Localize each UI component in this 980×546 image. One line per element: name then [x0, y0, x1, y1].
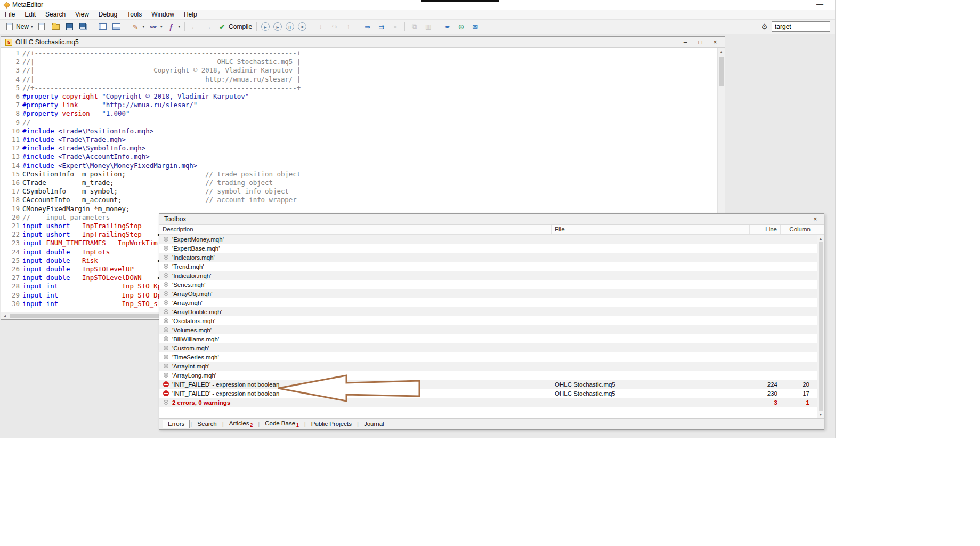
target-input[interactable]	[772, 21, 830, 32]
forward-icon	[201, 21, 215, 33]
open-file-icon[interactable]	[49, 21, 62, 33]
toolbox-title-bar[interactable]: Toolbox ×	[159, 214, 824, 225]
menu-debug[interactable]: Debug	[94, 10, 122, 19]
mdi-area: OHLC Stochastic.mq5 – □ × 1//+----------…	[0, 34, 835, 438]
compile-button[interactable]: Compile	[215, 21, 254, 33]
include-row[interactable]: 'Custom.mqh'	[159, 343, 824, 352]
doc-maximize-button[interactable]: □	[697, 38, 703, 46]
include-row[interactable]: 'ArrayObj.mqh'	[159, 289, 824, 298]
menu-help[interactable]: Help	[179, 10, 202, 19]
toolbox-vertical-scrollbar[interactable]	[817, 235, 824, 418]
navigator-panel-icon[interactable]	[96, 21, 109, 33]
line-number: 16	[1, 179, 22, 187]
menu-file[interactable]: File	[0, 10, 20, 19]
row-description: 'ArrayDouble.mqh'	[172, 309, 552, 315]
toolbox-vscroll-thumb[interactable]	[819, 242, 823, 411]
menu-search[interactable]: Search	[41, 10, 70, 19]
dropdown-caret-icon[interactable]: ▾	[31, 25, 33, 29]
column-header-column[interactable]: Column	[781, 225, 814, 234]
include-row[interactable]: 'Array.mqh'	[159, 298, 824, 307]
scroll-up-icon[interactable]	[817, 235, 824, 242]
window-minimize-button[interactable]: —	[816, 0, 823, 8]
include-row[interactable]: 'ArrayDouble.mqh'	[159, 307, 824, 316]
include-row[interactable]: 'ArrayLong.mqh'	[159, 371, 824, 380]
app-title: MetaEditor	[12, 1, 43, 9]
styler-icon[interactable]: ▾	[129, 21, 147, 33]
snippets-icon[interactable]: ▾	[147, 21, 164, 33]
tab-search[interactable]: Search	[192, 420, 221, 428]
dropdown-caret-icon[interactable]: ▾	[143, 25, 145, 29]
toolbox-close-button[interactable]: ×	[812, 215, 819, 223]
tab-errors[interactable]: Errors	[163, 420, 190, 428]
line-number: 17	[1, 187, 22, 196]
scroll-left-icon[interactable]	[1, 312, 9, 319]
line-number: 24	[1, 248, 22, 256]
code-line: 5//+------------------------------------…	[1, 84, 717, 92]
chat-icon[interactable]	[468, 21, 482, 33]
debug-pause-icon[interactable]	[284, 21, 296, 33]
include-row[interactable]: 'BillWilliams.mqh'	[159, 334, 824, 343]
include-row[interactable]: 'TimeSeries.mqh'	[159, 352, 824, 362]
new-file-icon[interactable]	[35, 21, 48, 33]
dropdown-caret-icon[interactable]: ▾	[160, 25, 163, 29]
tab-separator: |	[222, 421, 224, 427]
debug-start-icon[interactable]	[272, 21, 284, 33]
functions-list-icon[interactable]: ▾	[165, 21, 182, 33]
dropdown-caret-icon[interactable]: ▾	[179, 25, 181, 29]
include-row[interactable]: 'ExpertMoney.mqh'	[159, 235, 824, 244]
document-title-bar[interactable]: OHLC Stochastic.mq5 – □ ×	[1, 37, 725, 48]
mql5-community-icon[interactable]	[455, 21, 468, 33]
new-button-label: New	[16, 23, 29, 30]
toolbox-panel-icon[interactable]	[110, 21, 123, 33]
line-number: 30	[1, 300, 22, 308]
tab-journal[interactable]: Journal	[359, 420, 389, 428]
include-row[interactable]: 'Volumes.mqh'	[159, 325, 824, 334]
column-header-line[interactable]: Line	[750, 225, 781, 234]
circle-pause-icon	[286, 22, 294, 31]
include-row[interactable]: 'Indicator.mqh'	[159, 271, 824, 280]
doc-minimize-button[interactable]: –	[682, 38, 689, 46]
info-circle-icon	[164, 300, 168, 305]
menu-window[interactable]: Window	[147, 10, 179, 19]
include-row[interactable]: 'Oscilators.mqh'	[159, 316, 824, 325]
include-row[interactable]: 'ArrayInt.mqh'	[159, 362, 824, 371]
debug-history-icon[interactable]	[260, 21, 271, 33]
column-header-file[interactable]: File	[552, 225, 750, 234]
tab-articles[interactable]: Articles2	[224, 419, 257, 429]
menu-tools[interactable]: Tools	[122, 10, 147, 19]
debug-stop-icon[interactable]	[296, 21, 308, 33]
column-header-description[interactable]: Description	[159, 225, 552, 234]
include-row[interactable]: 'Indicators.mqh'	[159, 253, 824, 262]
step-out-icon	[343, 22, 353, 32]
include-row[interactable]: 'ExpertBase.mqh'	[159, 244, 824, 253]
error-row[interactable]: 'INIT_FAILED' - expression not booleanOH…	[159, 389, 824, 398]
new-button[interactable]: New▾	[3, 21, 35, 33]
tab-label: Search	[197, 421, 216, 427]
menu-edit[interactable]: Edit	[20, 10, 41, 19]
row-description: 'Array.mqh'	[172, 300, 552, 306]
include-row[interactable]: 'Trend.mqh'	[159, 262, 824, 271]
save-icon[interactable]	[63, 21, 76, 33]
settings-gear-icon[interactable]	[759, 22, 770, 32]
tab-separator: |	[190, 421, 192, 427]
attach-icon[interactable]	[441, 21, 454, 33]
doc-close-button[interactable]: ×	[712, 38, 718, 46]
line-number: 26	[1, 265, 22, 274]
row-description: 'Indicator.mqh'	[172, 272, 552, 279]
scroll-down-icon[interactable]	[817, 411, 824, 418]
goto-declaration-icon[interactable]	[375, 21, 388, 33]
menu-view[interactable]: View	[70, 10, 94, 19]
toolbar-separator	[311, 22, 311, 31]
scroll-up-icon[interactable]	[718, 48, 725, 55]
goto-definition-icon[interactable]	[361, 21, 374, 33]
tab-code-base[interactable]: Code Base1	[260, 419, 304, 429]
include-row[interactable]: 'Series.mqh'	[159, 280, 824, 289]
code-line: 18CAccountInfo m_account; // account inf…	[1, 196, 717, 204]
info-circle-icon	[164, 373, 168, 378]
tab-public-projects[interactable]: Public Projects	[306, 420, 357, 428]
error-row[interactable]: 'INIT_FAILED' - expression not booleanOH…	[159, 380, 824, 389]
toolbar-separator	[404, 22, 405, 31]
vscroll-thumb[interactable]	[719, 57, 724, 86]
save-all-icon[interactable]	[77, 21, 90, 33]
summary-row[interactable]: 2 errors, 0 warnings31	[159, 398, 824, 407]
